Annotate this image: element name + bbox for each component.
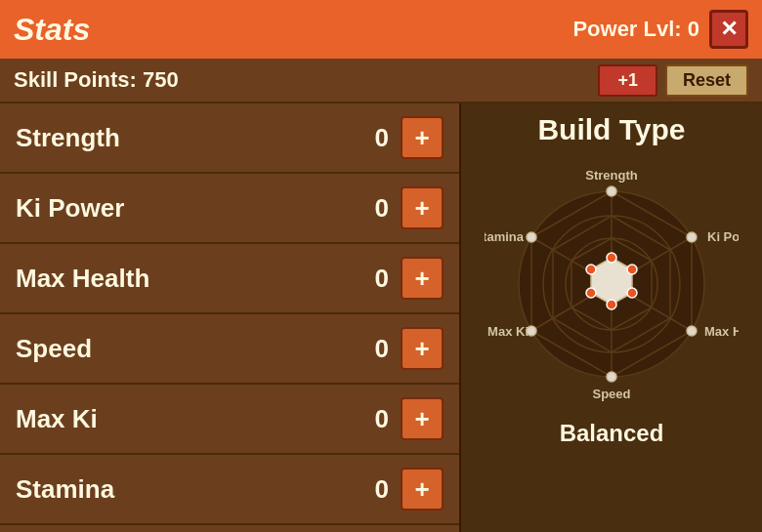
stat-value: 0 xyxy=(360,193,389,224)
svg-point-16 xyxy=(607,300,616,309)
close-button[interactable]: ✕ xyxy=(709,10,748,49)
svg-point-19 xyxy=(607,186,616,196)
stat-plus-button[interactable]: + xyxy=(401,397,444,440)
svg-point-20 xyxy=(687,232,697,242)
plus-one-badge: +1 xyxy=(598,64,657,97)
build-label: Balanced xyxy=(560,420,664,447)
svg-point-24 xyxy=(527,232,536,242)
stat-name: Ki Power xyxy=(16,193,124,224)
stat-value: 0 xyxy=(360,264,389,294)
radar-chart: Strength Ki Power Max Health Speed Max K… xyxy=(485,152,739,416)
power-level-display: Power Lvl: 0 xyxy=(572,17,699,42)
svg-point-18 xyxy=(586,265,596,274)
stat-value: 0 xyxy=(360,474,389,505)
stat-row: Max Health0+ xyxy=(0,244,459,314)
svg-point-17 xyxy=(586,288,596,298)
stat-name: Stamina xyxy=(16,474,114,505)
stat-plus-button[interactable]: + xyxy=(401,186,444,229)
stat-plus-button[interactable]: + xyxy=(401,116,444,159)
svg-point-15 xyxy=(627,288,637,298)
stat-name: Speed xyxy=(16,334,92,364)
build-type-title: Build Type xyxy=(537,113,685,146)
app-title: Stats xyxy=(14,12,90,48)
stat-row: Stamina0+ xyxy=(0,455,459,525)
stat-plus-button[interactable]: + xyxy=(401,327,444,370)
svg-text:Strength: Strength xyxy=(585,168,638,183)
main-content: Strength0+Ki Power0+Max Health0+Speed0+M… xyxy=(0,103,762,532)
stat-right: 0+ xyxy=(360,257,444,300)
stat-right: 0+ xyxy=(360,327,444,370)
stat-right: 0+ xyxy=(360,397,444,440)
stat-right: 0+ xyxy=(360,468,444,511)
svg-text:Stamina: Stamina xyxy=(485,229,525,244)
skill-bar: Skill Points: 750 +1 Reset xyxy=(0,59,762,103)
stat-row: Strength0+ xyxy=(0,103,459,174)
svg-text:Max Health: Max Health xyxy=(704,324,739,339)
reset-button[interactable]: Reset xyxy=(665,64,748,97)
svg-point-22 xyxy=(607,372,616,382)
stat-plus-button[interactable]: + xyxy=(401,257,444,300)
stat-value: 0 xyxy=(360,123,389,153)
header-right: Power Lvl: 0 ✕ xyxy=(572,10,748,49)
skill-points-label: Skill Points: 750 xyxy=(14,67,179,93)
header: Stats Power Lvl: 0 ✕ xyxy=(0,0,762,59)
svg-point-13 xyxy=(607,253,616,263)
stats-panel: Strength0+Ki Power0+Max Health0+Speed0+M… xyxy=(0,103,459,532)
stat-value: 0 xyxy=(360,334,389,364)
stat-row: Ki Power0+ xyxy=(0,174,459,244)
stat-name: Max Ki xyxy=(16,404,98,434)
stat-name: Strength xyxy=(16,123,120,153)
stat-row: Speed0+ xyxy=(0,314,459,385)
stat-right: 0+ xyxy=(360,116,444,159)
stat-right: 0+ xyxy=(360,186,444,229)
svg-text:Max Ki: Max Ki xyxy=(487,324,529,339)
stat-value: 0 xyxy=(360,404,389,434)
stat-name: Max Health xyxy=(16,264,149,294)
skill-bar-right: +1 Reset xyxy=(598,64,748,97)
svg-point-14 xyxy=(627,265,637,274)
stat-plus-button[interactable]: + xyxy=(401,468,444,511)
app-container: Stats Power Lvl: 0 ✕ Skill Points: 750 +… xyxy=(0,0,762,532)
svg-text:Ki Power: Ki Power xyxy=(707,229,739,244)
svg-text:Speed: Speed xyxy=(592,387,630,401)
build-panel: Build Type xyxy=(459,103,762,532)
svg-point-21 xyxy=(687,326,697,336)
stat-row: Max Ki0+ xyxy=(0,385,459,455)
